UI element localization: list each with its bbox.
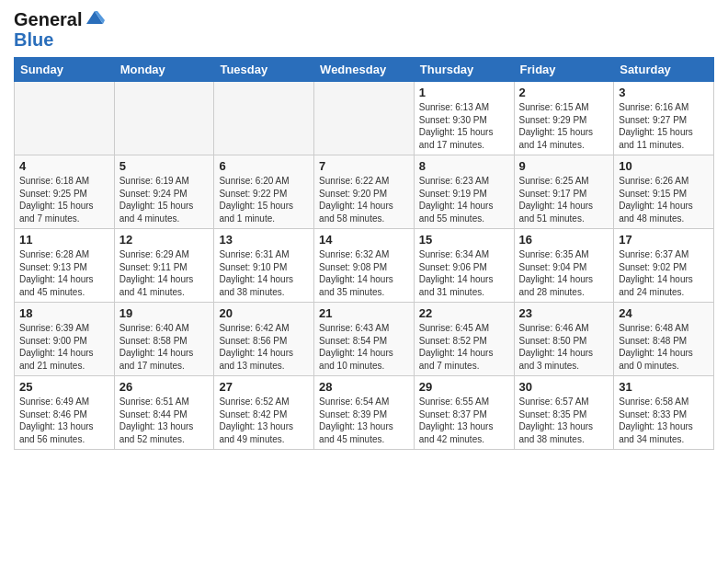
day-info: Sunrise: 6:26 AMSunset: 9:15 PMDaylight:… [619, 175, 709, 224]
weekday-header-friday: Friday [514, 58, 614, 82]
calendar-cell: 17Sunrise: 6:37 AMSunset: 9:02 PMDayligh… [614, 229, 714, 303]
calendar-cell [114, 82, 214, 155]
day-number: 13 [219, 233, 309, 247]
day-number: 21 [319, 306, 409, 320]
calendar-week-2: 4Sunrise: 6:18 AMSunset: 9:25 PMDaylight… [15, 155, 714, 229]
day-number: 9 [519, 159, 609, 173]
calendar-header-row: SundayMondayTuesdayWednesdayThursdayFrid… [15, 58, 714, 82]
day-number: 19 [119, 306, 210, 320]
day-info: Sunrise: 6:54 AMSunset: 8:39 PMDaylight:… [319, 396, 409, 445]
calendar-cell: 31Sunrise: 6:58 AMSunset: 8:33 PMDayligh… [614, 376, 714, 450]
day-info: Sunrise: 6:48 AMSunset: 8:48 PMDaylight:… [619, 322, 709, 372]
calendar-cell: 11Sunrise: 6:28 AMSunset: 9:13 PMDayligh… [15, 229, 115, 303]
day-info: Sunrise: 6:55 AMSunset: 8:37 PMDaylight:… [419, 396, 509, 445]
day-info: Sunrise: 6:25 AMSunset: 9:17 PMDaylight:… [519, 175, 609, 224]
day-number: 24 [619, 306, 709, 320]
day-info: Sunrise: 6:46 AMSunset: 8:50 PMDaylight:… [519, 322, 609, 372]
day-info: Sunrise: 6:19 AMSunset: 9:24 PMDaylight:… [119, 175, 210, 224]
day-info: Sunrise: 6:28 AMSunset: 9:13 PMDaylight:… [19, 248, 109, 298]
day-number: 2 [519, 86, 609, 99]
day-info: Sunrise: 6:23 AMSunset: 9:19 PMDaylight:… [419, 175, 509, 224]
day-info: Sunrise: 6:58 AMSunset: 8:33 PMDaylight:… [619, 396, 709, 445]
day-info: Sunrise: 6:13 AMSunset: 9:30 PMDaylight:… [419, 101, 509, 151]
day-info: Sunrise: 6:37 AMSunset: 9:02 PMDaylight:… [619, 248, 709, 298]
day-number: 22 [419, 306, 509, 320]
calendar-cell: 2Sunrise: 6:15 AMSunset: 9:29 PMDaylight… [514, 82, 614, 155]
day-info: Sunrise: 6:18 AMSunset: 9:25 PMDaylight:… [19, 175, 109, 224]
day-number: 14 [319, 233, 409, 247]
calendar-week-3: 11Sunrise: 6:28 AMSunset: 9:13 PMDayligh… [15, 229, 714, 303]
calendar-cell: 30Sunrise: 6:57 AMSunset: 8:35 PMDayligh… [514, 376, 614, 450]
calendar-cell [214, 82, 314, 155]
day-number: 8 [419, 159, 509, 173]
day-number: 7 [319, 159, 409, 173]
calendar-cell: 1Sunrise: 6:13 AMSunset: 9:30 PMDaylight… [414, 82, 514, 155]
day-number: 26 [119, 380, 210, 394]
weekday-header-tuesday: Tuesday [214, 58, 314, 82]
weekday-header-thursday: Thursday [414, 58, 514, 82]
day-number: 30 [519, 380, 609, 394]
day-info: Sunrise: 6:39 AMSunset: 9:00 PMDaylight:… [19, 322, 109, 372]
weekday-header-saturday: Saturday [614, 58, 714, 82]
day-info: Sunrise: 6:29 AMSunset: 9:11 PMDaylight:… [119, 248, 210, 298]
calendar-cell: 9Sunrise: 6:25 AMSunset: 9:17 PMDaylight… [514, 155, 614, 229]
calendar-cell: 10Sunrise: 6:26 AMSunset: 9:15 PMDayligh… [614, 155, 714, 229]
calendar-cell: 23Sunrise: 6:46 AMSunset: 8:50 PMDayligh… [514, 303, 614, 376]
calendar-cell [314, 82, 415, 155]
day-number: 16 [519, 233, 609, 247]
logo-icon [85, 7, 105, 28]
day-number: 1 [419, 86, 509, 99]
weekday-header-sunday: Sunday [15, 58, 115, 82]
calendar-cell: 6Sunrise: 6:20 AMSunset: 9:22 PMDaylight… [214, 155, 314, 229]
day-number: 11 [19, 233, 109, 247]
calendar-cell: 19Sunrise: 6:40 AMSunset: 8:58 PMDayligh… [114, 303, 214, 376]
weekday-header-wednesday: Wednesday [314, 58, 415, 82]
calendar-week-1: 1Sunrise: 6:13 AMSunset: 9:30 PMDaylight… [15, 82, 714, 155]
day-number: 28 [319, 380, 409, 394]
day-number: 6 [219, 159, 309, 173]
day-number: 20 [219, 306, 309, 320]
day-number: 17 [619, 233, 709, 247]
calendar-cell [15, 82, 115, 155]
day-info: Sunrise: 6:51 AMSunset: 8:44 PMDaylight:… [119, 396, 210, 445]
calendar-cell: 27Sunrise: 6:52 AMSunset: 8:42 PMDayligh… [214, 376, 314, 450]
calendar-cell: 8Sunrise: 6:23 AMSunset: 9:19 PMDaylight… [414, 155, 514, 229]
calendar-cell: 25Sunrise: 6:49 AMSunset: 8:46 PMDayligh… [15, 376, 115, 450]
calendar-cell: 21Sunrise: 6:43 AMSunset: 8:54 PMDayligh… [314, 303, 415, 376]
calendar-cell: 14Sunrise: 6:32 AMSunset: 9:08 PMDayligh… [314, 229, 415, 303]
day-number: 29 [419, 380, 509, 394]
day-info: Sunrise: 6:57 AMSunset: 8:35 PMDaylight:… [519, 396, 609, 445]
calendar-cell: 16Sunrise: 6:35 AMSunset: 9:04 PMDayligh… [514, 229, 614, 303]
calendar-cell: 5Sunrise: 6:19 AMSunset: 9:24 PMDaylight… [114, 155, 214, 229]
day-info: Sunrise: 6:43 AMSunset: 8:54 PMDaylight:… [319, 322, 409, 372]
calendar-cell: 22Sunrise: 6:45 AMSunset: 8:52 PMDayligh… [414, 303, 514, 376]
day-info: Sunrise: 6:42 AMSunset: 8:56 PMDaylight:… [219, 322, 309, 372]
day-info: Sunrise: 6:49 AMSunset: 8:46 PMDaylight:… [19, 396, 109, 445]
calendar-cell: 15Sunrise: 6:34 AMSunset: 9:06 PMDayligh… [414, 229, 514, 303]
day-number: 27 [219, 380, 309, 394]
calendar-cell: 13Sunrise: 6:31 AMSunset: 9:10 PMDayligh… [214, 229, 314, 303]
day-info: Sunrise: 6:34 AMSunset: 9:06 PMDaylight:… [419, 248, 509, 298]
day-number: 23 [519, 306, 609, 320]
day-number: 5 [119, 159, 210, 173]
calendar-table: SundayMondayTuesdayWednesdayThursdayFrid… [14, 57, 714, 450]
day-number: 15 [419, 233, 509, 247]
logo-general: General [14, 9, 82, 29]
day-info: Sunrise: 6:52 AMSunset: 8:42 PMDaylight:… [219, 396, 309, 445]
calendar-cell: 3Sunrise: 6:16 AMSunset: 9:27 PMDaylight… [614, 82, 714, 155]
calendar-cell: 20Sunrise: 6:42 AMSunset: 8:56 PMDayligh… [214, 303, 314, 376]
calendar-cell: 4Sunrise: 6:18 AMSunset: 9:25 PMDaylight… [15, 155, 115, 229]
day-number: 31 [619, 380, 709, 394]
calendar-week-4: 18Sunrise: 6:39 AMSunset: 9:00 PMDayligh… [15, 303, 714, 376]
calendar-cell: 7Sunrise: 6:22 AMSunset: 9:20 PMDaylight… [314, 155, 415, 229]
day-number: 25 [19, 380, 109, 394]
calendar-cell: 29Sunrise: 6:55 AMSunset: 8:37 PMDayligh… [414, 376, 514, 450]
calendar-cell: 28Sunrise: 6:54 AMSunset: 8:39 PMDayligh… [314, 376, 415, 450]
day-info: Sunrise: 6:15 AMSunset: 9:29 PMDaylight:… [519, 101, 609, 151]
day-number: 18 [19, 306, 109, 320]
day-number: 4 [19, 159, 109, 173]
day-info: Sunrise: 6:35 AMSunset: 9:04 PMDaylight:… [519, 248, 609, 298]
header: General Blue [14, 9, 714, 50]
day-info: Sunrise: 6:16 AMSunset: 9:27 PMDaylight:… [619, 101, 709, 151]
day-info: Sunrise: 6:20 AMSunset: 9:22 PMDaylight:… [219, 175, 309, 224]
